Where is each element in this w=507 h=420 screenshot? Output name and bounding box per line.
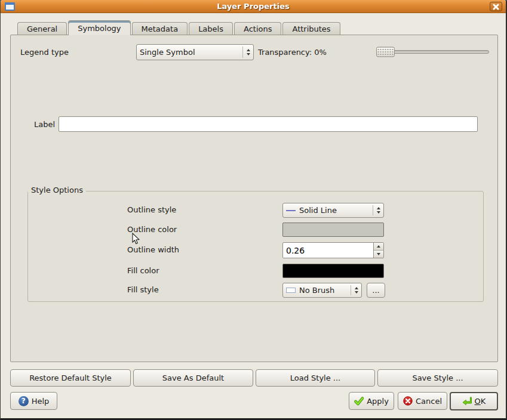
apply-button[interactable]: Apply [349,392,394,410]
fill-style-value: No Brush [299,286,334,295]
tab-labels[interactable]: Labels [189,22,233,35]
fill-style-more-button[interactable]: ... [367,283,385,298]
ok-button[interactable]: OK [450,392,498,410]
symbology-panel: Legend type Single Symbol Transparency: … [10,35,498,362]
ok-rest: K [481,397,486,406]
outline-color-button[interactable] [282,223,384,237]
tab-attributes[interactable]: Attributes [282,22,340,35]
label-field-wrap [59,116,478,132]
ok-mnemonic: O [475,397,481,406]
tab-symbology-label: Symbology [78,24,121,33]
save-style-button[interactable]: Save Style ... [377,369,498,387]
outline-style-value: Solid Line [299,206,337,215]
cancel-icon [403,396,413,406]
label-field-label: Label [34,120,55,129]
restore-default-style-label: Restore Default Style [29,373,112,382]
legend-type-value: Single Symbol [140,48,195,57]
fill-style-label: Fill style [127,285,159,294]
tab-attributes-label: Attributes [292,24,330,33]
cancel-label: Cancel [416,397,442,406]
save-as-default-label: Save As Default [162,373,224,382]
combo-arrows-icon [373,207,383,214]
outline-width-label: Outline width [127,245,179,254]
tab-actions[interactable]: Actions [234,22,282,35]
fill-color-label: Fill color [127,266,159,275]
help-icon [19,396,29,406]
transparency-label: Transparency: 0% [258,48,327,57]
apply-label: Apply [367,397,389,406]
titlebar[interactable]: Layer Properties [1,0,506,13]
outline-width-input[interactable] [283,243,373,258]
outline-width-spinbox [282,242,384,258]
outline-style-combobox[interactable]: Solid Line [282,203,384,218]
tab-symbology[interactable]: Symbology [68,20,130,35]
solid-line-icon [286,210,296,211]
ok-enter-arrow-icon [462,397,472,406]
ok-label: OK [475,397,486,406]
help-button[interactable]: Help [10,392,57,410]
fill-color-button[interactable] [282,264,384,278]
cancel-button[interactable]: Cancel [398,392,447,410]
help-label: Help [32,397,50,406]
close-button[interactable] [490,2,502,11]
save-style-label: Save Style ... [412,373,463,382]
combo-arrows-icon [243,49,253,55]
apply-check-icon [354,396,364,406]
spin-down-button[interactable] [374,250,383,258]
tab-metadata[interactable]: Metadata [132,22,188,35]
tab-metadata-label: Metadata [142,24,179,33]
outline-style-label: Outline style [127,205,176,214]
combo-arrows-icon [351,287,361,294]
transparency-slider[interactable] [376,45,489,59]
more-button-label: ... [372,286,379,295]
no-brush-icon [286,288,296,293]
tab-actions-label: Actions [244,24,272,33]
label-input[interactable] [59,117,477,131]
spin-buttons [373,243,383,258]
window-title: Layer Properties [1,2,506,11]
load-style-button[interactable]: Load Style ... [256,369,375,387]
spin-up-button[interactable] [374,243,383,250]
restore-default-style-button[interactable]: Restore Default Style [10,369,131,387]
layer-properties-dialog: Layer Properties General Symbology Metad… [0,0,507,420]
style-options-group: Style Options Outline style Solid Line O… [27,191,484,302]
style-options-title: Style Options [28,186,86,194]
tab-general[interactable]: General [17,22,67,35]
close-icon [493,4,499,10]
load-style-label: Load Style ... [290,373,341,382]
slider-handle[interactable] [376,47,395,57]
legend-type-label: Legend type [20,48,69,57]
tab-labels-label: Labels [198,24,223,33]
legend-type-combobox[interactable]: Single Symbol [136,44,254,60]
fill-style-combobox[interactable]: No Brush [282,283,362,298]
save-as-default-button[interactable]: Save As Default [133,369,253,387]
tab-general-label: General [27,24,57,33]
outline-color-label: Outline color [127,225,177,234]
tab-bar: General Symbology Metadata Labels Action… [17,20,340,35]
